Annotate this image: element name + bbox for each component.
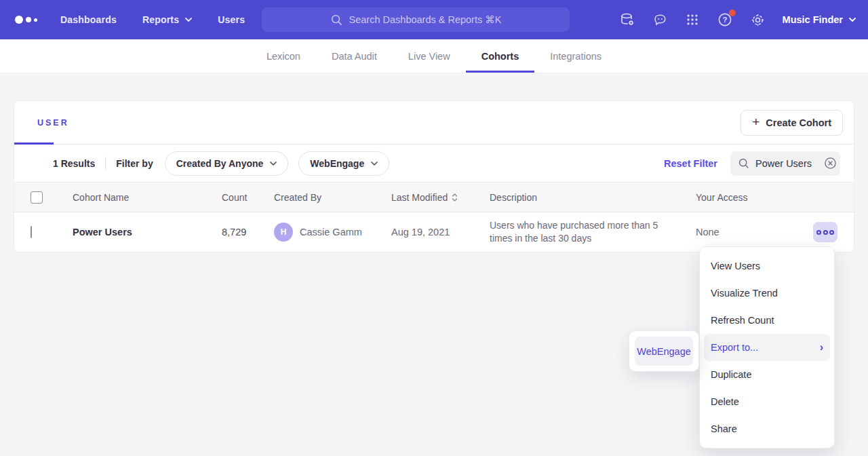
- sort-icon: [452, 193, 458, 202]
- chevron-down-icon: [270, 162, 277, 166]
- your-access-cell: None: [696, 222, 837, 242]
- tab-label: Data Audit: [332, 51, 377, 62]
- more-dots-icon: [816, 230, 821, 235]
- nav-item-dashboards[interactable]: Dashboards: [60, 14, 117, 25]
- created-by-filter-value: Created By Anyone: [176, 158, 264, 169]
- cohort-name-cell[interactable]: Power Users: [73, 227, 208, 238]
- integration-filter-value: WebEngage: [310, 158, 364, 169]
- created-by-name: Cassie Gamm: [300, 227, 362, 238]
- menu-item-refresh-count[interactable]: Refresh Count: [700, 307, 834, 334]
- table-header-row: Cohort Name Count Created By Last Modifi…: [14, 182, 854, 212]
- tab-user-cohorts[interactable]: USER: [37, 118, 69, 128]
- last-modified-cell: Aug 19, 2021: [391, 227, 490, 238]
- search-placeholder: Search Dashboards & Reports ⌘K: [349, 14, 502, 25]
- nav-right-cluster: ? Music Finder: [619, 0, 856, 39]
- column-header-description: Description: [490, 192, 696, 203]
- column-header-count[interactable]: Count: [208, 192, 274, 203]
- nav-item-label: Users: [218, 14, 245, 25]
- notification-badge: [729, 10, 736, 16]
- created-by-cell: H Cassie Gamm: [274, 223, 391, 242]
- nav-item-label: Dashboards: [60, 14, 117, 25]
- avatar: H: [274, 223, 293, 242]
- chevron-down-icon: [849, 18, 856, 22]
- menu-item-delete[interactable]: Delete: [700, 388, 834, 415]
- tab-integrations[interactable]: Integrations: [534, 39, 617, 73]
- cohort-search-box: [730, 151, 840, 176]
- create-cohort-button[interactable]: + Create Cohort: [741, 110, 843, 136]
- top-nav: Dashboards Reports Users Search Dashboar…: [0, 0, 868, 39]
- mixpanel-logo[interactable]: [15, 16, 37, 24]
- results-count: 1 Results: [53, 158, 95, 169]
- created-by-filter-dropdown[interactable]: Created By Anyone: [165, 151, 289, 176]
- account-name: Music Finder: [783, 14, 843, 25]
- tab-label: Cohorts: [481, 51, 519, 62]
- account-menu[interactable]: Music Finder: [783, 14, 856, 25]
- filter-bar: 1 Results Filter by Created By Anyone We…: [14, 145, 854, 182]
- nav-item-reports[interactable]: Reports: [142, 14, 192, 25]
- menu-item-view-users[interactable]: View Users: [700, 252, 834, 280]
- column-header-your-access: Your Access: [696, 192, 837, 203]
- create-cohort-label: Create Cohort: [766, 117, 831, 128]
- section-tabs: Lexicon Data Audit Live View Cohorts Int…: [0, 39, 868, 73]
- card-header: USER + Create Cohort: [14, 101, 854, 145]
- tab-label: Integrations: [550, 51, 601, 62]
- help-icon[interactable]: ?: [717, 12, 733, 28]
- access-value: None: [696, 227, 719, 238]
- menu-item-duplicate[interactable]: Duplicate: [700, 361, 834, 388]
- search-icon: [330, 14, 342, 26]
- tab-label: Live View: [408, 51, 450, 62]
- menu-item-visualize-trend[interactable]: Visualize Trend: [700, 280, 834, 307]
- nav-item-label: Reports: [142, 14, 179, 25]
- export-submenu: WebEngage: [629, 330, 699, 372]
- chevron-down-icon: [371, 162, 378, 166]
- svg-text:?: ?: [722, 16, 727, 24]
- reset-filter-link[interactable]: Reset Filter: [664, 158, 717, 169]
- tab-data-audit[interactable]: Data Audit: [316, 39, 393, 73]
- filter-by-label: Filter by: [116, 158, 153, 169]
- integration-filter-dropdown[interactable]: WebEngage: [298, 151, 389, 176]
- count-cell: 8,729: [208, 227, 274, 238]
- tab-cohorts[interactable]: Cohorts: [466, 39, 535, 73]
- search-icon: [738, 157, 749, 169]
- chevron-right-icon: ›: [820, 342, 823, 353]
- row-checkbox[interactable]: [31, 226, 32, 238]
- submenu-item-webengage[interactable]: WebEngage: [635, 337, 693, 366]
- data-management-icon[interactable]: [619, 12, 635, 28]
- row-actions-menu: View Users Visualize Trend Refresh Count…: [699, 246, 835, 449]
- settings-icon[interactable]: [750, 12, 766, 28]
- global-search-bar[interactable]: Search Dashboards & Reports ⌘K: [262, 7, 570, 32]
- cohort-search-input[interactable]: [755, 158, 818, 169]
- clear-search-icon[interactable]: [824, 157, 837, 170]
- tab-lexicon[interactable]: Lexicon: [251, 39, 316, 73]
- select-all-checkbox[interactable]: [31, 191, 43, 204]
- menu-item-share[interactable]: Share: [700, 415, 834, 442]
- tab-live-view[interactable]: Live View: [393, 39, 466, 73]
- messages-icon[interactable]: [652, 12, 668, 28]
- tab-label: Lexicon: [267, 51, 300, 62]
- plus-icon: +: [752, 115, 760, 128]
- nav-item-users[interactable]: Users: [218, 14, 245, 25]
- apps-grid-icon[interactable]: [685, 12, 700, 27]
- active-tab-underline: [14, 142, 54, 145]
- row-actions-button[interactable]: [813, 222, 837, 242]
- column-header-last-modified[interactable]: Last Modified: [391, 192, 490, 203]
- primary-nav: Dashboards Reports Users: [60, 14, 245, 25]
- cohorts-card: USER + Create Cohort 1 Results Filter by…: [14, 100, 854, 252]
- column-header-created-by[interactable]: Created By: [274, 192, 391, 203]
- description-cell: Users who have purchased more than 5 tim…: [490, 219, 696, 245]
- menu-item-export-to[interactable]: Export to... ›: [704, 334, 830, 361]
- chevron-down-icon: [185, 18, 192, 22]
- column-header-cohort-name[interactable]: Cohort Name: [73, 192, 208, 203]
- divider: [105, 157, 106, 170]
